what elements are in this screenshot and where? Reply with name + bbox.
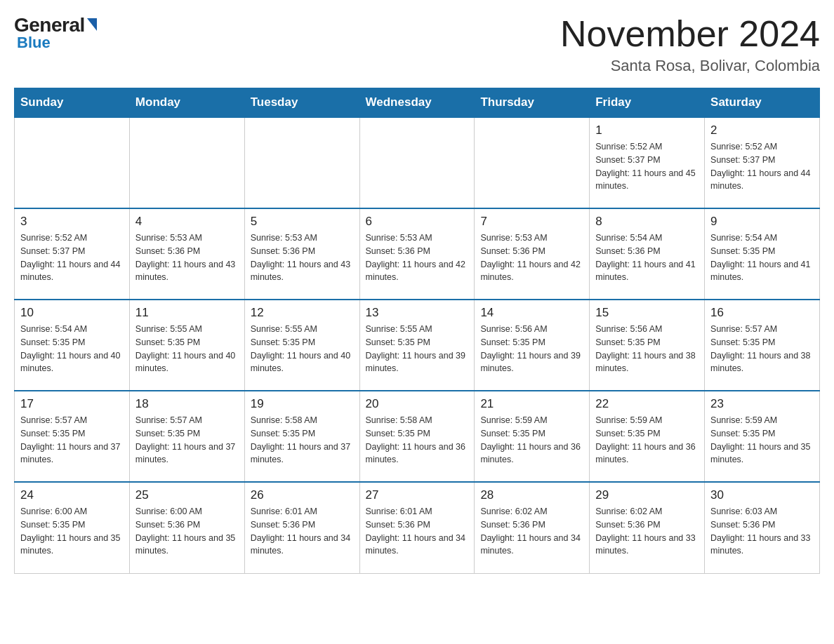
column-header-friday: Friday [590, 88, 705, 118]
day-number: 18 [135, 397, 239, 411]
day-number: 8 [595, 215, 699, 229]
day-info: Sunrise: 5:56 AMSunset: 5:35 PMDaylight:… [595, 323, 699, 375]
day-number: 21 [480, 397, 583, 411]
day-number: 19 [251, 397, 354, 411]
calendar-week-1: 1Sunrise: 5:52 AMSunset: 5:37 PMDaylight… [15, 117, 820, 208]
day-info: Sunrise: 6:00 AMSunset: 5:36 PMDaylight:… [135, 505, 239, 558]
calendar-cell: 9Sunrise: 5:54 AMSunset: 5:35 PMDaylight… [705, 208, 820, 300]
calendar-cell: 1Sunrise: 5:52 AMSunset: 5:37 PMDaylight… [590, 117, 705, 208]
day-info: Sunrise: 6:01 AMSunset: 5:36 PMDaylight:… [366, 505, 469, 558]
day-number: 24 [20, 488, 124, 502]
logo-arrow-icon [87, 18, 97, 31]
logo-blue-text: Blue [14, 34, 51, 52]
page-header: General Blue November 2024 Santa Rosa, B… [14, 14, 820, 75]
day-info: Sunrise: 5:53 AMSunset: 5:36 PMDaylight:… [135, 232, 239, 284]
calendar-cell: 20Sunrise: 5:58 AMSunset: 5:35 PMDayligh… [359, 391, 475, 482]
calendar-week-3: 10Sunrise: 5:54 AMSunset: 5:35 PMDayligh… [15, 300, 820, 391]
day-number: 22 [595, 397, 699, 411]
day-number: 29 [595, 488, 699, 502]
day-number: 30 [710, 488, 814, 502]
subtitle: Santa Rosa, Bolivar, Colombia [560, 57, 820, 75]
calendar-cell: 13Sunrise: 5:55 AMSunset: 5:35 PMDayligh… [359, 300, 475, 391]
day-info: Sunrise: 5:58 AMSunset: 5:35 PMDaylight:… [366, 414, 469, 467]
column-header-sunday: Sunday [15, 88, 130, 118]
calendar-body: 1Sunrise: 5:52 AMSunset: 5:37 PMDaylight… [15, 117, 820, 573]
calendar-cell [244, 117, 359, 208]
calendar-cell: 17Sunrise: 5:57 AMSunset: 5:35 PMDayligh… [15, 391, 130, 482]
calendar-cell: 18Sunrise: 5:57 AMSunset: 5:35 PMDayligh… [129, 391, 244, 482]
day-number: 26 [251, 488, 354, 502]
day-info: Sunrise: 5:52 AMSunset: 5:37 PMDaylight:… [710, 140, 814, 193]
day-info: Sunrise: 5:54 AMSunset: 5:35 PMDaylight:… [20, 323, 124, 375]
column-header-tuesday: Tuesday [244, 88, 359, 118]
day-number: 1 [595, 123, 699, 137]
calendar-cell: 7Sunrise: 5:53 AMSunset: 5:36 PMDaylight… [475, 208, 590, 300]
day-info: Sunrise: 5:57 AMSunset: 5:35 PMDaylight:… [710, 323, 814, 375]
day-info: Sunrise: 5:59 AMSunset: 5:35 PMDaylight:… [710, 414, 814, 467]
day-info: Sunrise: 5:59 AMSunset: 5:35 PMDaylight:… [595, 414, 699, 467]
day-info: Sunrise: 5:57 AMSunset: 5:35 PMDaylight:… [135, 414, 239, 467]
calendar-week-4: 17Sunrise: 5:57 AMSunset: 5:35 PMDayligh… [15, 391, 820, 482]
calendar-cell: 22Sunrise: 5:59 AMSunset: 5:35 PMDayligh… [590, 391, 705, 482]
calendar-cell: 14Sunrise: 5:56 AMSunset: 5:35 PMDayligh… [475, 300, 590, 391]
calendar-cell: 8Sunrise: 5:54 AMSunset: 5:36 PMDaylight… [590, 208, 705, 300]
calendar-cell [359, 117, 475, 208]
day-info: Sunrise: 5:56 AMSunset: 5:35 PMDaylight:… [480, 323, 583, 375]
column-header-wednesday: Wednesday [359, 88, 475, 118]
day-info: Sunrise: 5:59 AMSunset: 5:35 PMDaylight:… [480, 414, 583, 467]
calendar-cell: 26Sunrise: 6:01 AMSunset: 5:36 PMDayligh… [244, 482, 359, 573]
calendar-cell [15, 117, 130, 208]
column-header-thursday: Thursday [475, 88, 590, 118]
calendar-cell: 3Sunrise: 5:52 AMSunset: 5:37 PMDaylight… [15, 208, 130, 300]
day-number: 27 [366, 488, 469, 502]
day-number: 7 [480, 215, 583, 229]
calendar-cell: 12Sunrise: 5:55 AMSunset: 5:35 PMDayligh… [244, 300, 359, 391]
day-info: Sunrise: 6:02 AMSunset: 5:36 PMDaylight:… [480, 505, 583, 558]
day-number: 9 [710, 215, 814, 229]
calendar-cell [475, 117, 590, 208]
day-info: Sunrise: 5:54 AMSunset: 5:36 PMDaylight:… [595, 232, 699, 284]
day-info: Sunrise: 5:53 AMSunset: 5:36 PMDaylight:… [480, 232, 583, 284]
day-number: 2 [710, 123, 814, 137]
calendar-cell [129, 117, 244, 208]
day-number: 14 [480, 306, 583, 320]
day-info: Sunrise: 5:55 AMSunset: 5:35 PMDaylight:… [251, 323, 354, 375]
calendar-cell: 15Sunrise: 5:56 AMSunset: 5:35 PMDayligh… [590, 300, 705, 391]
calendar-cell: 11Sunrise: 5:55 AMSunset: 5:35 PMDayligh… [129, 300, 244, 391]
day-info: Sunrise: 5:58 AMSunset: 5:35 PMDaylight:… [251, 414, 354, 467]
day-number: 23 [710, 397, 814, 411]
calendar-cell: 30Sunrise: 6:03 AMSunset: 5:36 PMDayligh… [705, 482, 820, 573]
day-info: Sunrise: 5:52 AMSunset: 5:37 PMDaylight:… [595, 140, 699, 193]
day-info: Sunrise: 5:54 AMSunset: 5:35 PMDaylight:… [710, 232, 814, 284]
calendar-cell: 23Sunrise: 5:59 AMSunset: 5:35 PMDayligh… [705, 391, 820, 482]
day-number: 12 [251, 306, 354, 320]
day-number: 5 [251, 215, 354, 229]
day-info: Sunrise: 5:53 AMSunset: 5:36 PMDaylight:… [366, 232, 469, 284]
calendar-cell: 29Sunrise: 6:02 AMSunset: 5:36 PMDayligh… [590, 482, 705, 573]
day-number: 28 [480, 488, 583, 502]
calendar-week-2: 3Sunrise: 5:52 AMSunset: 5:37 PMDaylight… [15, 208, 820, 300]
calendar-cell: 25Sunrise: 6:00 AMSunset: 5:36 PMDayligh… [129, 482, 244, 573]
day-info: Sunrise: 5:52 AMSunset: 5:37 PMDaylight:… [20, 232, 124, 284]
main-title: November 2024 [560, 14, 820, 54]
day-info: Sunrise: 5:55 AMSunset: 5:35 PMDaylight:… [135, 323, 239, 375]
day-number: 4 [135, 215, 239, 229]
logo: General Blue [14, 14, 97, 52]
day-number: 16 [710, 306, 814, 320]
calendar-cell: 19Sunrise: 5:58 AMSunset: 5:35 PMDayligh… [244, 391, 359, 482]
day-number: 15 [595, 306, 699, 320]
day-number: 11 [135, 306, 239, 320]
calendar-cell: 28Sunrise: 6:02 AMSunset: 5:36 PMDayligh… [475, 482, 590, 573]
calendar-header: SundayMondayTuesdayWednesdayThursdayFrid… [15, 88, 820, 118]
title-block: November 2024 Santa Rosa, Bolivar, Colom… [560, 14, 820, 75]
day-number: 13 [366, 306, 469, 320]
column-header-monday: Monday [129, 88, 244, 118]
calendar-cell: 16Sunrise: 5:57 AMSunset: 5:35 PMDayligh… [705, 300, 820, 391]
day-info: Sunrise: 6:01 AMSunset: 5:36 PMDaylight:… [251, 505, 354, 558]
header-row: SundayMondayTuesdayWednesdayThursdayFrid… [15, 88, 820, 118]
calendar-cell: 27Sunrise: 6:01 AMSunset: 5:36 PMDayligh… [359, 482, 475, 573]
calendar-cell: 4Sunrise: 5:53 AMSunset: 5:36 PMDaylight… [129, 208, 244, 300]
day-info: Sunrise: 5:53 AMSunset: 5:36 PMDaylight:… [251, 232, 354, 284]
calendar-week-5: 24Sunrise: 6:00 AMSunset: 5:35 PMDayligh… [15, 482, 820, 573]
calendar-cell: 10Sunrise: 5:54 AMSunset: 5:35 PMDayligh… [15, 300, 130, 391]
